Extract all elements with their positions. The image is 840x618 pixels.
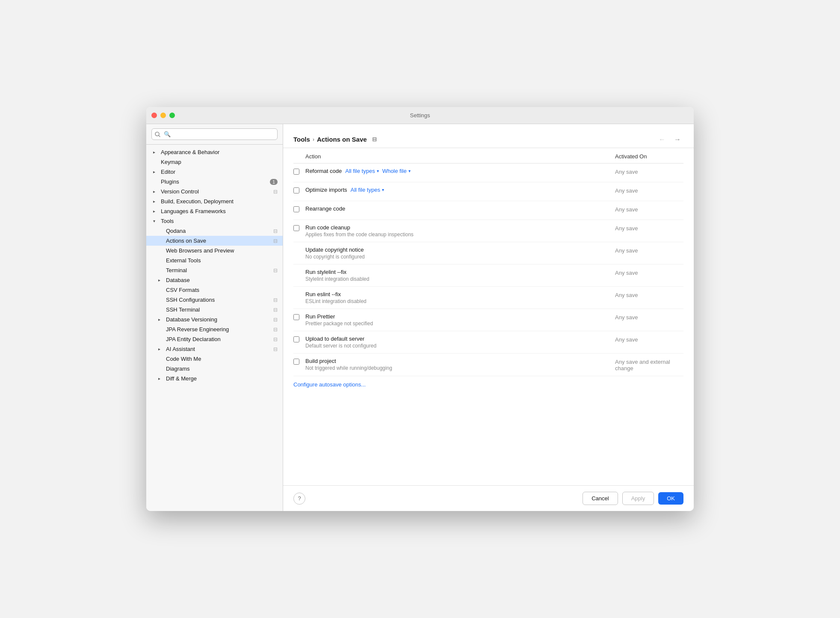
row-title: Rearrange code bbox=[305, 205, 615, 212]
sidebar-item-label: Diagrams bbox=[166, 365, 278, 372]
maximize-button[interactable] bbox=[169, 113, 175, 118]
pin-icon: ⊟ bbox=[273, 346, 278, 352]
sidebar-item-build[interactable]: ▸Build, Execution, Deployment bbox=[146, 196, 283, 206]
pin-icon: ⊟ bbox=[273, 189, 278, 195]
run-code-cleanup-title: Run code cleanup bbox=[305, 224, 350, 231]
sidebar-item-database[interactable]: ▸Database bbox=[146, 275, 283, 285]
sidebar-item-appearance[interactable]: ▸Appearance & Behavior bbox=[146, 147, 283, 157]
sidebar-item-keymap[interactable]: Keymap bbox=[146, 157, 283, 167]
breadcrumb-pin-icon[interactable]: ⊟ bbox=[372, 136, 377, 143]
run-code-cleanup-activated: Any save bbox=[615, 224, 683, 232]
sidebar-item-label: Qodana bbox=[166, 228, 272, 234]
optimize-imports-title: Optimize imports bbox=[305, 187, 347, 193]
reformat-code-activated: Any save bbox=[615, 168, 683, 175]
close-button[interactable] bbox=[151, 113, 157, 118]
sidebar-item-label: Appearance & Behavior bbox=[161, 149, 278, 155]
update-copyright-title: Update copyright notice bbox=[305, 247, 364, 253]
table-row: Run eslint --fixESLint integration disab… bbox=[293, 287, 683, 309]
breadcrumb-current: Actions on Save bbox=[317, 136, 367, 143]
upload-server-checkbox[interactable] bbox=[293, 336, 299, 342]
content-header: Tools › Actions on Save ⊟ ← → bbox=[283, 124, 694, 148]
rearrange-code-title: Rearrange code bbox=[305, 205, 345, 212]
minimize-button[interactable] bbox=[160, 113, 166, 118]
row-main: Optimize importsAll file types ▾ bbox=[305, 187, 615, 193]
reformat-code-checkbox[interactable] bbox=[293, 169, 299, 175]
row-main: Update copyright noticeNo copyright is c… bbox=[305, 247, 615, 260]
sidebar-item-ai-assistant[interactable]: ▸AI Assistant⊟ bbox=[146, 344, 283, 354]
sidebar-item-actions-on-save[interactable]: Actions on Save⊟ bbox=[146, 236, 283, 246]
row-checkbox-cell bbox=[293, 336, 305, 344]
chevron-icon: ▸ bbox=[153, 189, 159, 194]
sidebar: ▸Appearance & BehaviorKeymap▸EditorPlugi… bbox=[146, 124, 283, 511]
row-checkbox-cell bbox=[293, 291, 305, 292]
dropdown-chevron-icon: ▾ bbox=[408, 169, 411, 173]
sidebar-item-ssh-terminal[interactable]: SSH Terminal⊟ bbox=[146, 305, 283, 315]
sidebar-item-label: Languages & Frameworks bbox=[161, 208, 278, 214]
table-row: Run PrettierPrettier package not specifi… bbox=[293, 309, 683, 331]
row-checkbox-cell bbox=[293, 205, 305, 214]
help-button[interactable]: ? bbox=[293, 493, 305, 505]
sidebar-item-jpa-entity[interactable]: JPA Entity Declaration⊟ bbox=[146, 334, 283, 344]
sidebar-item-label: Version Control bbox=[161, 188, 272, 195]
row-checkbox-cell bbox=[293, 168, 305, 176]
sidebar-item-diagrams[interactable]: Diagrams bbox=[146, 364, 283, 374]
configure-autosave-link[interactable]: Configure autosave options... bbox=[293, 376, 683, 393]
sidebar-item-external-tools[interactable]: External Tools bbox=[146, 256, 283, 265]
run-prettier-checkbox[interactable] bbox=[293, 314, 299, 320]
chevron-icon: ▸ bbox=[158, 376, 164, 381]
row-main: Run PrettierPrettier package not specifi… bbox=[305, 313, 615, 327]
nav-back-button[interactable]: ← bbox=[656, 134, 668, 145]
window-controls bbox=[151, 113, 175, 118]
apply-button[interactable]: Apply bbox=[622, 492, 654, 505]
reformat-code-dropdown1[interactable]: All file types ▾ bbox=[345, 168, 379, 174]
sidebar-item-tools[interactable]: ▾Tools bbox=[146, 216, 283, 226]
sidebar-item-plugins[interactable]: Plugins1 bbox=[146, 177, 283, 187]
reformat-code-dropdown2[interactable]: Whole file ▾ bbox=[382, 168, 411, 174]
optimize-imports-dropdown1[interactable]: All file types ▾ bbox=[351, 187, 384, 193]
sidebar-item-database-versioning[interactable]: ▸Database Versioning⊟ bbox=[146, 315, 283, 324]
row-title: Run code cleanup bbox=[305, 224, 615, 231]
row-checkbox-cell bbox=[293, 224, 305, 232]
table-row: Rearrange codeAny save bbox=[293, 201, 683, 220]
sidebar-item-label: SSH Configurations bbox=[166, 297, 272, 303]
table-header: Action Activated On bbox=[293, 148, 683, 163]
table-rows: Reformat codeAll file types ▾Whole file … bbox=[293, 163, 683, 376]
run-stylelint-subtitle: Stylelint integration disabled bbox=[305, 276, 615, 282]
nav-buttons: ← → bbox=[656, 134, 683, 145]
sidebar-item-diff-merge[interactable]: ▸Diff & Merge bbox=[146, 374, 283, 383]
sidebar-item-terminal[interactable]: Terminal⊟ bbox=[146, 265, 283, 275]
chevron-icon: ▸ bbox=[158, 347, 164, 351]
sidebar-item-code-with-me[interactable]: Code With Me bbox=[146, 354, 283, 364]
search-input[interactable] bbox=[151, 128, 278, 140]
reformat-code-title: Reformat code bbox=[305, 168, 342, 174]
sidebar-item-csv-formats[interactable]: CSV Formats bbox=[146, 285, 283, 295]
row-title: Upload to default server bbox=[305, 336, 615, 342]
sidebar-item-editor[interactable]: ▸Editor bbox=[146, 167, 283, 177]
chevron-icon: ▸ bbox=[153, 209, 159, 214]
run-eslint-subtitle: ESLint integration disabled bbox=[305, 298, 615, 304]
sidebar-item-web-browsers[interactable]: Web Browsers and Preview bbox=[146, 246, 283, 256]
cancel-button[interactable]: Cancel bbox=[583, 492, 618, 505]
update-copyright-subtitle: No copyright is configured bbox=[305, 254, 615, 260]
nav-forward-button[interactable]: → bbox=[671, 134, 683, 145]
sidebar-item-label: JPA Entity Declaration bbox=[166, 336, 272, 342]
row-dropdowns: All file types ▾Whole file ▾ bbox=[345, 168, 410, 174]
footer: ? Cancel Apply OK bbox=[283, 485, 694, 511]
pin-icon: ⊟ bbox=[273, 297, 278, 303]
sidebar-list: ▸Appearance & BehaviorKeymap▸EditorPlugi… bbox=[146, 145, 283, 511]
sidebar-item-languages[interactable]: ▸Languages & Frameworks bbox=[146, 206, 283, 216]
chevron-icon: ▸ bbox=[153, 169, 159, 174]
sidebar-item-label: AI Assistant bbox=[166, 346, 272, 352]
ok-button[interactable]: OK bbox=[658, 492, 683, 505]
sidebar-item-version-control[interactable]: ▸Version Control⊟ bbox=[146, 187, 283, 196]
breadcrumb-parent: Tools bbox=[293, 136, 310, 143]
run-code-cleanup-checkbox[interactable] bbox=[293, 225, 299, 231]
sidebar-item-ssh-configurations[interactable]: SSH Configurations⊟ bbox=[146, 295, 283, 305]
sidebar-item-jpa-reverse[interactable]: JPA Reverse Engineering⊟ bbox=[146, 324, 283, 334]
build-project-checkbox[interactable] bbox=[293, 359, 299, 365]
optimize-imports-checkbox[interactable] bbox=[293, 187, 299, 193]
rearrange-code-checkbox[interactable] bbox=[293, 206, 299, 212]
dropdown-chevron-icon: ▾ bbox=[377, 169, 379, 173]
row-main: Run eslint --fixESLint integration disab… bbox=[305, 291, 615, 304]
sidebar-item-qodana[interactable]: Qodana⊟ bbox=[146, 226, 283, 236]
